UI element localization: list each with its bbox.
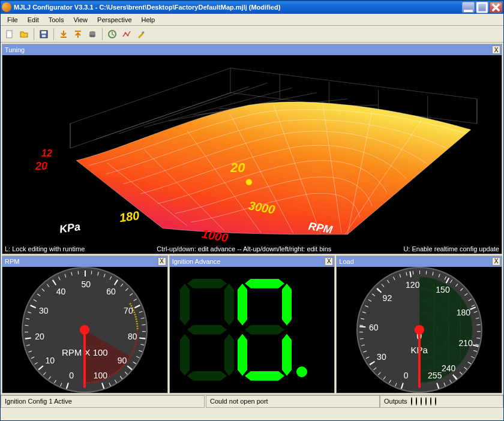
menu-help[interactable]: Help	[137, 15, 160, 25]
rpm-panel-titlebar[interactable]: RPM X	[2, 256, 167, 267]
dial-tick-label: 10	[45, 356, 55, 365]
status-outputs: Outputs	[380, 395, 503, 408]
dial-tick-label: 20	[35, 332, 44, 341]
cursor-marker	[246, 179, 252, 185]
svg-point-12	[125, 32, 127, 34]
menu-file[interactable]: File	[3, 15, 22, 25]
output-led	[421, 397, 422, 405]
cursor-value: 20	[230, 160, 245, 176]
advance-digit-ones	[238, 279, 292, 381]
load-panel-titlebar[interactable]: Load X	[337, 256, 502, 267]
advance-decimal-point	[296, 366, 307, 377]
menu-view[interactable]: View	[69, 15, 92, 25]
tuning-panel: Tuning X	[2, 44, 502, 254]
commit-flash-button[interactable]	[86, 28, 99, 41]
y-tick-180: 180	[119, 209, 140, 225]
open-button[interactable]	[17, 28, 31, 41]
load-panel: Load X 0	[336, 255, 502, 393]
statusbar: Ignition Config 1 Active Could not open …	[1, 395, 503, 408]
output-led	[430, 397, 431, 405]
svg-rect-0	[464, 10, 473, 12]
dial-tick-label: 40	[56, 287, 66, 296]
dial-tick-label: 240	[442, 363, 455, 373]
load-dial: 0 KPa 0306092120150180210240255	[356, 267, 482, 393]
dial-tick-label: 70	[124, 306, 133, 315]
app-window: MJLJ Configurator V3.3.1 - C:\Users\bren…	[0, 0, 504, 421]
rpm-gauge-area: RPM X 100 0102030405060708090100	[2, 267, 167, 393]
gauges-row: RPM X RPM X 100 01020304050	[2, 255, 502, 393]
advance-panel-close[interactable]: X	[325, 257, 333, 266]
status-config: Ignition Config 1 Active	[1, 395, 205, 408]
hint-left: L: Lock editing with runtime	[5, 245, 85, 252]
dial-tick-label: 60	[369, 323, 379, 332]
dial-tick-label: 180	[457, 308, 470, 317]
minimize-button[interactable]	[462, 2, 475, 13]
svg-point-13	[127, 34, 129, 36]
dial-tick-label: 120	[406, 280, 419, 290]
load-gauge-area: 0 KPa 0306092120150180210240255	[337, 267, 502, 393]
dial-tick-label: 150	[436, 285, 449, 294]
toolbar	[1, 26, 503, 43]
close-button[interactable]	[490, 2, 502, 13]
dial-tick-label: 60	[106, 287, 116, 296]
svg-rect-4	[41, 31, 46, 34]
write-controller-button[interactable]	[71, 28, 85, 41]
titlebar[interactable]: MJLJ Configurator V3.3.1 - C:\Users\bren…	[1, 1, 503, 14]
svg-rect-6	[61, 37, 67, 38]
z-tick-12: 12	[41, 148, 52, 159]
menubar: File Edit Tools View Perspective Help	[1, 14, 503, 26]
menu-perspective[interactable]: Perspective	[93, 15, 136, 25]
dial-tick-label: 30	[39, 306, 49, 315]
dial-tick-label: 92	[383, 293, 392, 303]
advance-panel-titlebar[interactable]: Ignition Advance X	[170, 256, 335, 267]
rpm-panel-title: RPM	[5, 258, 19, 265]
advance-panel-title: Ignition Advance	[172, 258, 221, 265]
dial-tick-label: 0	[404, 371, 409, 380]
tuning-panel-close[interactable]: X	[492, 46, 500, 54]
dial-tick-label: 0	[69, 371, 74, 380]
output-led	[435, 397, 436, 405]
dial-tick-label: 80	[128, 332, 137, 341]
rpm-needle	[83, 331, 86, 388]
tuning-hints: L: Lock editing with runtime Ctrl-up/dow…	[5, 245, 499, 252]
menu-tools[interactable]: Tools	[44, 15, 68, 25]
dial-tick-label: 30	[377, 352, 386, 362]
options-button[interactable]	[134, 28, 148, 41]
svg-rect-5	[42, 35, 46, 37]
advance-display-area	[170, 267, 335, 393]
dial-tick-label: 210	[458, 338, 472, 348]
outputs-label: Outputs	[384, 398, 407, 405]
svg-point-10	[89, 35, 95, 37]
svg-rect-1	[478, 2, 487, 11]
app-icon	[2, 2, 11, 12]
advance-digit-tens	[180, 279, 234, 381]
z-tick-20: 20	[35, 160, 47, 173]
save-button[interactable]	[37, 28, 50, 41]
dial-tick-label: 255	[428, 371, 442, 380]
client-area: Tuning X	[1, 43, 503, 420]
read-controller-button[interactable]	[57, 28, 70, 41]
window-title: MJLJ Configurator V3.3.1 - C:\Users\bren…	[14, 4, 462, 11]
rpm-panel-close[interactable]: X	[158, 257, 166, 266]
dial-tick-label: 100	[94, 371, 107, 380]
load-needle	[418, 331, 421, 388]
output-led	[416, 397, 417, 405]
rpm-panel: RPM X RPM X 100 01020304050	[2, 255, 168, 393]
tuning-panel-title: Tuning	[5, 46, 25, 53]
menu-edit[interactable]: Edit	[23, 15, 43, 25]
new-button[interactable]	[3, 28, 16, 41]
output-led	[425, 397, 427, 405]
hint-center: Ctrl-up/down: edit advance -- Alt-up/dow…	[157, 245, 331, 252]
load-panel-close[interactable]: X	[492, 257, 500, 266]
runtime-dialog-button[interactable]	[106, 28, 119, 41]
tuning-editor-button[interactable]	[120, 28, 133, 41]
dial-tick-label: 50	[82, 279, 91, 289]
tuning-panel-titlebar[interactable]: Tuning X	[2, 44, 502, 55]
advance-display	[180, 279, 324, 381]
output-led	[411, 397, 412, 405]
rpm-hub	[80, 325, 89, 335]
dial-tick-label: 90	[118, 356, 127, 365]
tuning-3d-view[interactable]: KPa RPM 12 20 180 1000 3000 20 L: Lock e…	[2, 55, 502, 254]
rpm-dial: RPM X 100 0102030405060708090100	[22, 267, 148, 393]
maximize-button[interactable]	[476, 2, 488, 13]
